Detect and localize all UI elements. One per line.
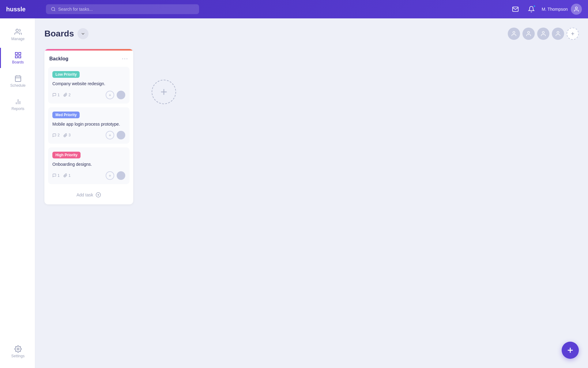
sidebar-manage-label: Manage [11,37,24,41]
task-card[interactable]: Low Priority Company website redesign. 1… [48,67,130,104]
paperclip-icon [63,133,67,137]
user-icon [526,31,532,37]
add-task-button[interactable]: Add task [48,188,130,202]
add-column-button[interactable] [152,80,176,104]
svg-rect-4 [15,52,17,55]
add-member-button[interactable] [567,28,579,40]
member-avatar-3[interactable] [537,28,549,40]
task-stats: 2 3 [52,133,70,137]
add-task-label: Add task [77,192,93,197]
chevron-down-icon [81,31,85,36]
notification-icon-button[interactable] [526,4,537,15]
navbar: hussle Search for tasks... M. Thompson [0,0,588,18]
task-comments: 1 [52,173,60,178]
task-add-button[interactable]: + [106,91,114,99]
settings-icon [14,345,22,353]
svg-point-16 [513,32,515,34]
app-logo: hussle [6,6,37,13]
mail-icon [512,6,519,13]
task-add-button[interactable]: + [106,131,114,139]
task-assignee-avatar[interactable] [117,171,125,180]
user-name: M. Thompson [542,7,568,12]
page-title-dropdown-button[interactable] [77,28,89,39]
task-title: Company website redesign. [52,81,125,87]
task-add-button[interactable]: + [106,171,114,180]
reports-icon [14,98,22,105]
user-menu[interactable]: M. Thompson [542,4,582,15]
paperclip-icon [63,93,67,97]
sidebar-item-boards[interactable]: Boards [0,48,35,68]
sidebar-item-manage[interactable]: Manage [0,25,35,45]
page-members [508,28,579,40]
sidebar-reports-label: Reports [11,107,24,111]
sidebar-item-schedule[interactable]: Schedule [0,71,35,91]
sidebar-settings-label: Settings [11,354,24,358]
paperclip-icon [63,173,67,177]
plus-icon [570,31,575,36]
sidebar-boards-label: Boards [12,60,24,64]
comment-icon [52,133,56,137]
column-menu-button[interactable]: ··· [122,55,128,62]
svg-point-3 [16,29,18,32]
task-assignee-avatar[interactable] [117,131,125,139]
sidebar-item-reports[interactable]: Reports [0,94,35,115]
task-comments: 1 [52,93,60,97]
svg-rect-7 [19,56,21,58]
svg-point-19 [557,32,559,34]
sidebar: Manage Boards Schedule Reports Settings [0,18,35,368]
task-footer: 2 3 + [52,131,125,139]
boards-icon [14,51,22,59]
task-actions: + [106,91,125,99]
svg-point-0 [51,7,55,11]
priority-badge-med: Med Priority [52,112,80,118]
user-icon [511,31,517,37]
task-title: Mobile app login process prototype. [52,121,125,127]
plus-icon [566,346,575,355]
search-placeholder: Search for tasks... [58,7,93,12]
schedule-icon [14,75,22,82]
page-header: Boards [44,28,579,40]
priority-badge-low: Low Priority [52,71,80,78]
column-body: Low Priority Company website redesign. 1… [44,64,133,204]
comment-icon [52,173,56,177]
manage-icon [14,28,22,36]
fab-button[interactable] [562,342,579,359]
member-avatar-2[interactable] [522,28,535,40]
user-icon [540,31,546,37]
task-attachments: 3 [63,133,71,137]
user-icon [573,6,579,12]
mail-icon-button[interactable] [510,4,521,15]
comment-icon [52,93,56,97]
board-area: Backlog ··· Low Priority Company website… [44,49,579,204]
svg-rect-5 [19,52,21,55]
task-footer: 1 2 + [52,91,125,99]
column-header: Backlog ··· [44,51,133,64]
task-card[interactable]: Med Priority Mobile app login process pr… [48,107,130,144]
task-assignee-avatar[interactable] [117,91,125,99]
task-title: Onboarding designs. [52,161,125,168]
task-card[interactable]: High Priority Onboarding designs. 1 1 [48,147,130,184]
priority-badge-high: High Priority [52,152,81,158]
svg-point-17 [528,32,530,34]
board-column-backlog: Backlog ··· Low Priority Company website… [44,49,133,204]
member-avatar-4[interactable] [552,28,564,40]
svg-rect-8 [15,76,21,82]
page-title-area: Boards [44,28,89,39]
avatar [571,4,582,15]
member-avatar-1[interactable] [508,28,520,40]
task-footer: 1 1 + [52,171,125,180]
task-comments: 2 [52,133,60,137]
notification-badge [533,5,536,7]
svg-point-15 [17,348,19,350]
search-bar[interactable]: Search for tasks... [46,4,199,14]
svg-rect-6 [15,56,17,58]
svg-point-18 [542,32,545,34]
task-actions: + [106,171,125,180]
task-stats: 1 1 [52,173,70,178]
add-task-icon [96,192,101,198]
page-title: Boards [44,29,74,39]
sidebar-schedule-label: Schedule [10,83,25,88]
task-attachments: 2 [63,93,71,97]
sidebar-item-settings[interactable]: Settings [0,342,35,362]
task-attachments: 1 [63,173,71,178]
